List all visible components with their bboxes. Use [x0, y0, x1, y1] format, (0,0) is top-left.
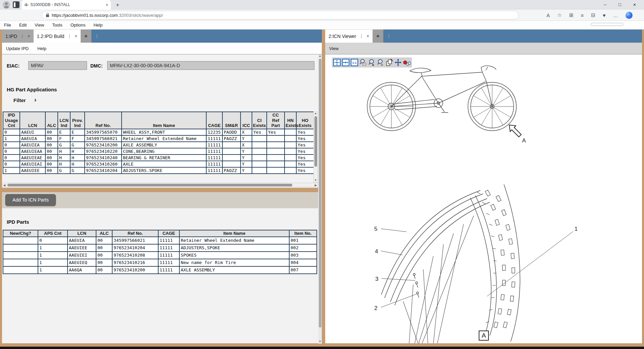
scroll-right-icon[interactable]: ▶ — [315, 184, 317, 187]
read-aloud-icon[interactable]: A — [547, 12, 550, 18]
hg-table-vscrollbar[interactable]: ▲ ▼ — [313, 112, 318, 183]
table-row[interactable]: 1AAEUIEE0097652341020411111ADJUSTERS,SPO… — [3, 244, 317, 252]
add-pane-tab-button[interactable]: + — [81, 30, 91, 43]
table-row[interactable]: 0AAEUIEAE00HH976523410240BEARING & RETAI… — [3, 155, 314, 161]
tab-close-icon[interactable]: × — [75, 34, 77, 39]
scroll-down-icon[interactable]: ▼ — [314, 179, 317, 182]
workspaces-icon[interactable] — [13, 1, 19, 8]
menu-view[interactable]: View — [35, 23, 44, 28]
address-bar[interactable]: https://jacobbvm01.to.isscorp.com:32003/… — [42, 11, 519, 19]
tab-bar-overflow-icon[interactable]: ⋮ — [383, 30, 391, 43]
col-hn-exists[interactable]: HN Exists — [285, 112, 296, 129]
table-cell: Y — [241, 161, 252, 167]
icn-viewer-canvas[interactable]: 1:1 — [325, 54, 642, 343]
copilot-icon[interactable] — [626, 12, 633, 19]
table-row[interactable]: 0AAEUIA0034599756602111111Retainer Wheel… — [3, 237, 317, 244]
menu-file[interactable]: File — [4, 23, 11, 28]
browser-tab[interactable]: ‹$› S1000DDB - INSTALL × — [22, 0, 111, 9]
profile-avatar-icon[interactable] — [3, 1, 10, 8]
menu-scroll-handle[interactable] — [591, 23, 624, 26]
col-aps-cnt[interactable]: APS Cnt — [38, 230, 68, 237]
more-options-icon[interactable]: … — [613, 12, 618, 18]
table-row[interactable]: 1AA6QA0097652341020011111AXLE ASSEMBLY00… — [3, 266, 317, 274]
scroll-up-icon[interactable]: ▲ — [318, 54, 322, 58]
col-ipd-usage-cnt[interactable]: IPD Usage Cnt — [3, 112, 20, 129]
col-item-name[interactable]: Item Name — [179, 230, 289, 237]
eiac-field[interactable]: MPAV — [28, 61, 87, 70]
tab-ipd[interactable]: 1:IPD ⋮ × — [2, 30, 34, 43]
table-row[interactable]: 0AAEUIEAI00HH976523410260AXLE11111YYes — [3, 161, 314, 167]
table-row[interactable]: 1AAEUIEI0097652341020811111SPOKES003 — [3, 252, 317, 259]
menu-edit[interactable]: Edit — [19, 23, 27, 28]
col-prov-ind[interactable]: Prov. Ind — [70, 112, 85, 129]
tab-ipd-build[interactable]: 1.2:IPD Build ⋮ × — [34, 30, 81, 43]
table-row[interactable]: 1AAEUIA00FF345997566021Retainer Wheel Ex… — [3, 135, 314, 142]
col-smr[interactable]: SM&R — [222, 112, 241, 129]
split-screen-icon[interactable]: ⊞ — [569, 12, 573, 18]
chevron-right-icon[interactable]: › — [34, 96, 36, 103]
hg-table-hscrollbar[interactable]: ◀ ▶ — [3, 183, 318, 187]
scroll-thumb[interactable] — [314, 116, 317, 167]
close-button[interactable]: × — [627, 0, 642, 9]
col-alc[interactable]: ALC — [96, 230, 112, 237]
favorites-bar-icon[interactable]: ≡ — [581, 12, 584, 18]
add-to-icn-parts-button[interactable]: Add To ICN Parts — [5, 194, 56, 206]
add-pane-tab-button[interactable]: + — [373, 30, 383, 43]
fit-width-icon[interactable] — [342, 58, 350, 67]
col-alc[interactable]: ALC — [45, 112, 58, 129]
pane-splitter-vertical[interactable] — [322, 30, 325, 343]
col-ci-exists[interactable]: CI Exists — [252, 112, 267, 129]
col-lcn[interactable]: LCN — [20, 112, 45, 129]
col-cage[interactable]: CAGE — [158, 230, 179, 237]
favorite-star-icon[interactable]: ☆ — [557, 12, 562, 18]
tab-menu-icon[interactable]: ⋮ — [67, 34, 72, 39]
col-item-no[interactable]: Item No. — [289, 230, 317, 237]
col-item-name[interactable]: Item Name — [122, 112, 206, 129]
col-lcn-ind[interactable]: LCN Ind — [58, 112, 70, 129]
scroll-up-icon[interactable]: ▲ — [314, 112, 317, 115]
actual-size-icon[interactable]: 1:1 — [350, 58, 358, 67]
table-row[interactable]: 0AAEUIEA00GG976523410200AXLE ASSEMBLY111… — [3, 142, 314, 148]
menu-options[interactable]: Options — [71, 23, 86, 28]
col-icc[interactable]: ICC — [241, 112, 252, 129]
left-help-menu[interactable]: Help — [37, 46, 46, 51]
scroll-left-icon[interactable]: ◀ — [3, 184, 5, 187]
col-ref-no[interactable]: Ref No. — [85, 112, 122, 129]
maximize-button[interactable]: □ — [612, 0, 627, 9]
collections-icon[interactable]: ⊟ — [591, 12, 596, 18]
table-row[interactable]: 1AAEUIEE00GG976523410204ADJUSTERS.SPOKE1… — [3, 167, 314, 174]
tab-bar-overflow-icon[interactable]: ⋮ — [91, 30, 99, 43]
view-menu[interactable]: View — [329, 46, 339, 51]
tab-menu-icon[interactable]: ⋮ — [359, 34, 363, 39]
table-row[interactable]: 0AAEUI00EE345997565070WHEEL ASSY,FRONT12… — [3, 129, 314, 135]
fit-page-icon[interactable] — [333, 58, 341, 67]
table-row[interactable]: 0AAEUIEAA00HH976523410220CONE,BEARING111… — [3, 148, 314, 155]
col-ho-exists[interactable]: HO Exists — [296, 112, 314, 129]
filter-toggle[interactable]: Filter — [13, 97, 26, 103]
table-cell — [267, 142, 285, 148]
table-row[interactable]: 1AAEUIEQ0097652341021611111New name for … — [3, 259, 317, 266]
left-pane-vscrollbar[interactable]: ▲ ▼ — [318, 54, 322, 344]
dmc-field[interactable]: MPAV-LX2-30-00-00-00A-941A-D — [107, 61, 314, 70]
scroll-thumb[interactable] — [319, 59, 321, 328]
tab-menu-icon[interactable]: ⋮ — [20, 34, 25, 39]
update-ipd-menu[interactable]: Update IPD — [6, 46, 29, 51]
col-cage[interactable]: CAGE — [206, 112, 222, 129]
hg-section-title: HG Part Applications — [7, 87, 57, 92]
menu-tools[interactable]: Tools — [52, 23, 62, 28]
scroll-down-icon[interactable]: ▼ — [318, 340, 322, 343]
col-lcn[interactable]: LCN — [68, 230, 96, 237]
menu-help[interactable]: Help — [93, 23, 102, 28]
tab-close-icon[interactable]: × — [367, 34, 369, 39]
scroll-thumb[interactable] — [7, 184, 292, 186]
tab-close-icon[interactable]: × — [28, 34, 30, 39]
new-tab-button[interactable]: + — [114, 1, 122, 9]
col-cc-ref-part[interactable]: CC Ref Part — [267, 112, 285, 129]
minimize-button[interactable]: – — [598, 0, 612, 9]
col-new-chg[interactable]: New/Chg? — [3, 230, 38, 237]
tab-close-icon[interactable]: × — [105, 2, 108, 7]
tab-icn-viewer[interactable]: 2:ICN Viewer ⋮ × — [325, 30, 373, 43]
col-ref-no[interactable]: Ref No. — [112, 230, 158, 237]
browser-essentials-icon[interactable]: ♥ — [603, 12, 606, 18]
section-splitter-horizontal[interactable] — [2, 188, 322, 192]
